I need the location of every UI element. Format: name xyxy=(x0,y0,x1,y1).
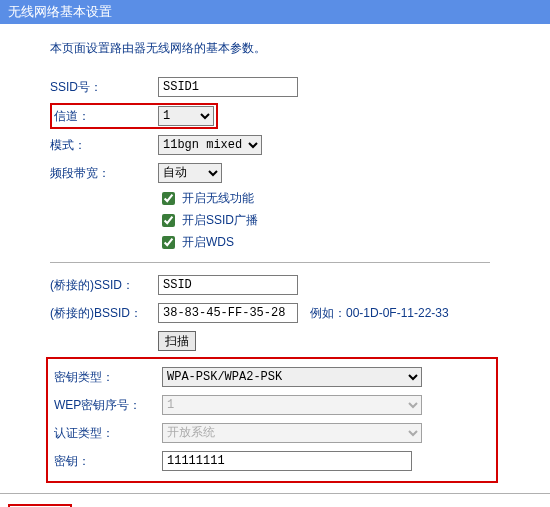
row-enable-wds: 开启WDS xyxy=(158,233,550,252)
row-auth-type: 认证类型： 开放系统 xyxy=(54,421,492,445)
highlight-security: 密钥类型： WPA-PSK/WPA2-PSK WEP密钥序号： 1 认证类型： … xyxy=(46,357,498,483)
bandwidth-select[interactable]: 自动 xyxy=(158,163,222,183)
row-channel: 信道： 1 xyxy=(50,103,550,129)
divider xyxy=(50,262,490,263)
label-bridge-bssid: (桥接的)BSSID： xyxy=(50,305,158,322)
row-scan: 扫描 xyxy=(50,329,550,353)
label-channel: 信道： xyxy=(54,108,158,125)
bridge-bssid-input[interactable] xyxy=(158,303,298,323)
row-bandwidth: 频段带宽： 自动 xyxy=(50,161,550,185)
label-bandwidth: 频段带宽： xyxy=(50,165,158,182)
row-enable-wireless: 开启无线功能 xyxy=(158,189,550,208)
enable-wds-checkbox[interactable] xyxy=(162,236,175,249)
auth-type-select: 开放系统 xyxy=(162,423,422,443)
row-key-type: 密钥类型： WPA-PSK/WPA2-PSK xyxy=(54,365,492,389)
channel-select[interactable]: 1 xyxy=(158,106,214,126)
bssid-example: 例如：00-1D-0F-11-22-33 xyxy=(310,305,449,322)
row-key: 密钥： xyxy=(54,449,492,473)
label-key-type: 密钥类型： xyxy=(54,369,162,386)
key-type-select[interactable]: WPA-PSK/WPA2-PSK xyxy=(162,367,422,387)
mode-select[interactable]: 11bgn mixed xyxy=(158,135,262,155)
bridge-ssid-input[interactable] xyxy=(158,275,298,295)
row-ssid: SSID号： xyxy=(50,75,550,99)
label-wep-index: WEP密钥序号： xyxy=(54,397,162,414)
settings-panel: 本页面设置路由器无线网络的基本参数。 SSID号： 信道： 1 模式： 11bg… xyxy=(0,24,550,483)
enable-wireless-label: 开启无线功能 xyxy=(182,190,254,207)
key-input[interactable] xyxy=(162,451,412,471)
label-auth-type: 认证类型： xyxy=(54,425,162,442)
enable-wireless-checkbox[interactable] xyxy=(162,192,175,205)
enable-ssid-broadcast-label: 开启SSID广播 xyxy=(182,212,258,229)
enable-ssid-broadcast-checkbox[interactable] xyxy=(162,214,175,227)
row-enable-ssid-broadcast: 开启SSID广播 xyxy=(158,211,550,230)
enable-wds-label: 开启WDS xyxy=(182,234,234,251)
highlight-channel: 信道： 1 xyxy=(50,103,218,129)
scan-button[interactable]: 扫描 xyxy=(158,331,196,351)
label-ssid: SSID号： xyxy=(50,79,158,96)
ssid-input[interactable] xyxy=(158,77,298,97)
window-title: 无线网络基本设置 xyxy=(0,0,550,24)
row-wep-index: WEP密钥序号： 1 xyxy=(54,393,492,417)
wep-index-select: 1 xyxy=(162,395,422,415)
intro-text: 本页面设置路由器无线网络的基本参数。 xyxy=(50,40,550,57)
label-bridge-ssid: (桥接的)SSID： xyxy=(50,277,158,294)
footer-divider xyxy=(0,493,550,494)
row-bridge-bssid: (桥接的)BSSID： 例如：00-1D-0F-11-22-33 xyxy=(50,301,550,325)
row-bridge-ssid: (桥接的)SSID： xyxy=(50,273,550,297)
row-mode: 模式： 11bgn mixed xyxy=(50,133,550,157)
label-key: 密钥： xyxy=(54,453,162,470)
label-mode: 模式： xyxy=(50,137,158,154)
